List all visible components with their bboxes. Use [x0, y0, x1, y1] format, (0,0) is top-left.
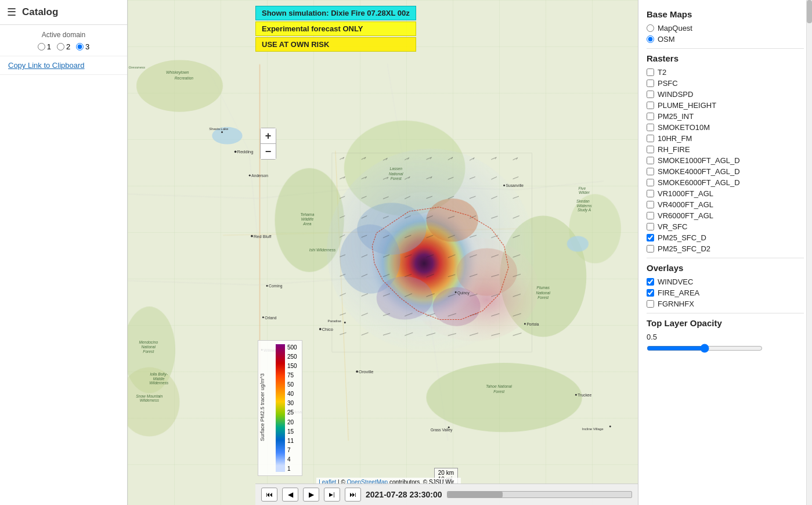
raster-vr-sfc-checkbox[interactable]	[647, 223, 654, 230]
overlay-windvec-row[interactable]: WINDVEC	[647, 277, 804, 286]
svg-text:National: National	[142, 345, 156, 349]
raster-smoke1000ft-row[interactable]: SMOKE1000FT_AGL_D	[647, 156, 804, 165]
svg-point-144	[524, 323, 526, 325]
scrollbar-thumb[interactable]	[807, 0, 812, 23]
svg-point-142	[455, 291, 457, 293]
raster-vr6000ft-checkbox[interactable]	[647, 212, 654, 219]
domain-radio-input-1[interactable]	[38, 43, 45, 50]
domain-radio-input-2[interactable]	[57, 43, 64, 50]
basemap-osm-row[interactable]: OSM	[647, 35, 804, 44]
raster-rh-fire-row[interactable]: RH_FIRE	[647, 145, 804, 154]
overlay-windvec-checkbox[interactable]	[647, 278, 654, 286]
raster-pm25-sfc-d2-row[interactable]: PM25_SFC_D2	[647, 244, 804, 253]
playback-prev-button[interactable]: ◀	[282, 488, 298, 502]
svg-text:Quincy: Quincy	[457, 291, 470, 295]
svg-point-4	[426, 363, 582, 432]
raster-rh-fire-checkbox[interactable]	[647, 146, 654, 153]
raster-vr4000ft-label: VR4000FT_AGL	[658, 200, 713, 209]
svg-text:Tehama: Tehama	[300, 212, 314, 217]
hamburger-icon[interactable]: ☰	[7, 6, 16, 19]
raster-pm25-sfc-d-row[interactable]: PM25_SFC_D	[647, 233, 804, 242]
map-svg: Redding Anderson Red Bluff Corning Orlan…	[128, 0, 638, 505]
raster-windspd-row[interactable]: WINDSPD	[647, 90, 804, 99]
basemap-mapquest-row[interactable]: MapQuest	[647, 24, 804, 33]
progress-bar[interactable]	[447, 491, 632, 498]
zoom-in-button[interactable]: +	[261, 128, 276, 143]
svg-text:Truckee: Truckee	[578, 393, 591, 397]
raster-windspd-label: WINDSPD	[658, 90, 693, 99]
scale-km: 20 km	[438, 470, 454, 476]
raster-vr4000ft-checkbox[interactable]	[647, 201, 654, 208]
domain-radio-label-1: 1	[47, 42, 51, 51]
legend-gradient	[276, 344, 285, 472]
raster-vr-sfc-label: VR_SFC	[658, 222, 687, 231]
raster-pm25-int-row[interactable]: PM25_INT	[647, 112, 804, 121]
overlay-fgrnhfx-checkbox[interactable]	[647, 300, 654, 308]
playback-rewind-button[interactable]: ⏮	[261, 488, 277, 502]
raster-plume-height-row[interactable]: PLUME_HEIGHT	[647, 101, 804, 110]
domain-radio-input-3[interactable]	[76, 43, 84, 50]
svg-text:Skedan: Skedan	[576, 199, 590, 203]
raster-psfc-row[interactable]: PSFC	[647, 79, 804, 88]
raster-smoke4000ft-label: SMOKE4000FT_AGL_D	[658, 167, 740, 176]
overlay-fire-area-checkbox[interactable]	[647, 289, 654, 297]
raster-pm25-sfc-d-checkbox[interactable]	[647, 234, 654, 241]
domain-radio-1[interactable]: 1	[38, 42, 51, 51]
playback-play-button[interactable]: ▶	[303, 488, 319, 502]
svg-text:Lassen: Lassen	[389, 167, 402, 171]
basemap-mapquest-radio[interactable]	[647, 24, 654, 32]
svg-text:Wilderns: Wilderns	[577, 204, 593, 208]
domain-radio-3[interactable]: 3	[76, 42, 89, 51]
raster-smoketo10m-label: SMOKETO10M	[658, 123, 710, 132]
raster-vr4000ft-row[interactable]: VR4000FT_AGL	[647, 200, 804, 209]
map-container[interactable]: Redding Anderson Red Bluff Corning Orlan…	[128, 0, 638, 505]
raster-pm25-int-checkbox[interactable]	[647, 113, 654, 120]
raster-vr1000ft-checkbox[interactable]	[647, 190, 654, 197]
raster-vr-sfc-row[interactable]: VR_SFC	[647, 222, 804, 231]
raster-10hr-fm-checkbox[interactable]	[647, 135, 654, 142]
svg-text:Shasta Lake: Shasta Lake	[209, 127, 229, 131]
right-panel-scrollbar[interactable]	[806, 0, 812, 505]
right-panel-inner: Base Maps MapQuest OSM Rasters T2 PSFC	[638, 0, 812, 360]
copy-link-button[interactable]: Copy Link to Clipboard	[0, 56, 127, 75]
svg-point-128	[251, 235, 253, 237]
svg-line-116	[362, 333, 369, 335]
raster-pm25-int-label: PM25_INT	[658, 112, 694, 121]
svg-line-51	[513, 177, 519, 179]
playback-next-button[interactable]: ▶|	[324, 488, 340, 502]
raster-psfc-checkbox[interactable]	[647, 80, 654, 87]
raster-pm25-sfc-d2-checkbox[interactable]	[647, 245, 654, 252]
raster-windspd-checkbox[interactable]	[647, 91, 654, 98]
raster-smoke4000ft-row[interactable]: SMOKE4000FT_AGL_D	[647, 167, 804, 176]
raster-vr1000ft-row[interactable]: VR1000FT_AGL	[647, 189, 804, 198]
raster-smoke6000ft-checkbox[interactable]	[647, 179, 654, 186]
active-domain-label: Active domain	[8, 31, 119, 39]
svg-text:Five: Five	[579, 186, 586, 190]
raster-t2-checkbox[interactable]	[647, 68, 654, 76]
raster-plume-height-checkbox[interactable]	[647, 102, 654, 109]
raster-smoketo10m-row[interactable]: SMOKETO10M	[647, 123, 804, 132]
raster-smoke6000ft-row[interactable]: SMOKE6000FT_AGL_D	[647, 178, 804, 187]
svg-text:National: National	[536, 291, 550, 295]
svg-point-132	[262, 316, 264, 318]
raster-smoke4000ft-checkbox[interactable]	[647, 168, 654, 175]
basemap-osm-radio[interactable]	[647, 35, 654, 43]
overlay-fire-area-row[interactable]: FIRE_AREA	[647, 288, 804, 297]
playback-end-button[interactable]: ⏭	[345, 488, 361, 502]
raster-plume-height-label: PLUME_HEIGHT	[658, 101, 716, 110]
domain-radio-2[interactable]: 2	[57, 42, 70, 51]
opacity-slider[interactable]	[647, 344, 763, 353]
zoom-out-button[interactable]: −	[261, 144, 276, 159]
raster-10hr-fm-row[interactable]: 10HR_FM	[647, 134, 804, 143]
raster-t2-row[interactable]: T2	[647, 68, 804, 77]
raster-smoke1000ft-checkbox[interactable]	[647, 157, 654, 164]
svg-text:Wildlife: Wildlife	[301, 217, 314, 221]
legend-title: Surface PM2.5 tracer ug/m^3	[259, 344, 265, 471]
raster-smoketo10m-checkbox[interactable]	[647, 124, 654, 131]
top-layer-opacity-title: Top Layer Opacity	[647, 318, 804, 328]
overlay-fgrnhfx-row[interactable]: FGRNHFX	[647, 300, 804, 308]
svg-text:Incline Village: Incline Village	[582, 427, 604, 431]
overlay-fgrnhfx-label: FGRNHFX	[658, 300, 694, 308]
svg-point-126	[249, 175, 251, 176]
raster-vr6000ft-row[interactable]: VR6000FT_AGL	[647, 211, 804, 220]
